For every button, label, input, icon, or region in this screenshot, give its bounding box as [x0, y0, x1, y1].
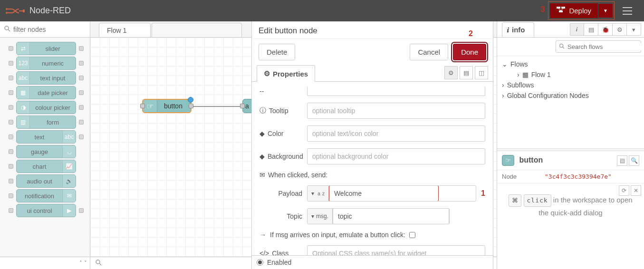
chevron-down-icon [502, 60, 508, 68]
node-description-button[interactable]: ▤ [460, 66, 473, 79]
svg-rect-2 [23, 10, 25, 12]
outline-tree: Flows ▦Flow 1 Subflows Global Configurat… [497, 56, 644, 106]
pointer-icon: ☞ [143, 100, 157, 112]
tab-flow-1[interactable]: Flow 1 [99, 23, 151, 37]
kbd-cmd: ⌘ [509, 194, 521, 207]
node-output-port[interactable] [189, 104, 193, 108]
emulate-checkbox[interactable] [409, 232, 415, 238]
payload-type-selector[interactable]: ▾ az [308, 186, 329, 201]
palette-node-chart[interactable]: chart📈 [16, 160, 76, 173]
collapse-up-icon[interactable]: ˄ [79, 260, 82, 266]
info-icon: ⓘ [260, 106, 266, 115]
gauge-icon: ◡ [62, 145, 76, 158]
palette-node-ui-control[interactable]: ui control▶ [16, 204, 76, 217]
tint-icon: ◆ [260, 153, 265, 160]
node-input-port[interactable] [140, 104, 145, 108]
palette-panel: ⇄slider 123numeric abctext input ▦date p… [0, 21, 90, 269]
sidebar-more-button[interactable]: ▾ [627, 23, 641, 36]
palette-list: ⇄slider 123numeric abctext input ▦date p… [0, 38, 90, 217]
done-button[interactable]: Done [453, 44, 486, 60]
tooltip-input[interactable] [307, 103, 485, 119]
class-input[interactable] [307, 245, 485, 255]
app-header: Node-RED 3 Deploy ▼ [0, 0, 644, 21]
text-input-icon: abc [17, 72, 30, 84]
node-appearance-button[interactable]: ◫ [475, 66, 488, 79]
info-icon: 𝒊 [507, 26, 509, 34]
node-input-port[interactable] [240, 104, 245, 108]
speaker-icon: 🔊 [62, 175, 76, 187]
flow-node-button[interactable]: ☞ button [142, 99, 192, 113]
palette-node-colour-picker[interactable]: ◑colour picker [16, 101, 76, 114]
chart-icon: 📈 [62, 160, 76, 173]
close-icon[interactable]: ✕ [631, 185, 641, 196]
palette-footer: ˄ ˅ [0, 257, 90, 269]
delete-button[interactable]: Delete [259, 44, 295, 60]
palette-node-text-input[interactable]: abctext input [16, 71, 76, 85]
palette-node-audio-out[interactable]: audio out🔊 [16, 174, 76, 188]
tab-blank[interactable] [152, 23, 242, 37]
annotation-1: 1 [481, 189, 485, 198]
palette-node-gauge[interactable]: gauge◡ [16, 145, 76, 158]
deploy-icon [557, 7, 565, 15]
envelope-icon: ✉ [62, 190, 76, 202]
envelope-icon: ✉ [260, 171, 265, 179]
text-icon: abc [62, 131, 76, 143]
payload-label: Payload [278, 190, 302, 197]
chevron-right-icon [502, 92, 504, 99]
edit-node-panel: Edit button node Delete Cancel Done 2 ⚙ … [251, 21, 493, 269]
topic-type-selector[interactable]: ▾ msg. [308, 209, 333, 224]
enabled-toggle[interactable] [257, 259, 263, 266]
deploy-dropdown[interactable]: ▼ [598, 4, 613, 18]
sidebar-debug-button[interactable]: 🐞 [598, 23, 613, 36]
palette-node-text[interactable]: textabc [16, 130, 76, 144]
refresh-icon[interactable]: ⟳ [619, 185, 629, 196]
color-input[interactable] [307, 125, 485, 142]
palette-node-form[interactable]: ▥form [16, 115, 76, 129]
palette-node-date-picker[interactable]: ▦date picker [16, 86, 76, 99]
sidebar-config-button[interactable]: ⚙ [613, 23, 627, 36]
search-icon[interactable] [95, 259, 102, 268]
dashdash-label: -- [260, 87, 264, 95]
sidebar-help-button[interactable]: ▤ [584, 23, 598, 36]
tree-item-flow-1[interactable]: ▦Flow 1 [502, 69, 639, 80]
tree-item-subflows[interactable]: Subflows [502, 80, 639, 90]
kbd-click: click [524, 194, 551, 207]
chevron-right-icon [502, 81, 504, 89]
svg-rect-5 [559, 10, 563, 12]
collapse-down-icon[interactable]: ˅ [84, 260, 87, 266]
background-label: Background [268, 153, 303, 160]
tree-item-global-config[interactable]: Global Configuration Nodes [502, 90, 639, 101]
sidebar-tab-info[interactable]: 𝒊 info [502, 22, 534, 37]
hamburger-menu-button[interactable] [618, 0, 637, 21]
sidebar-search-box[interactable]: ▾ [556, 40, 641, 53]
pointer-icon: ☞ [505, 157, 511, 164]
filter-nodes-input[interactable] [13, 26, 86, 33]
cancel-button[interactable]: Cancel [410, 44, 448, 60]
search-icon[interactable]: 🔍 [629, 155, 639, 166]
tooltip-label: Tooltip [269, 107, 288, 115]
wire [192, 106, 244, 107]
flow-icon: ▦ [522, 71, 529, 78]
sidebar-search-input[interactable] [567, 43, 644, 50]
palette-node-notification[interactable]: notification✉ [16, 189, 76, 202]
payload-input[interactable] [329, 185, 439, 202]
svg-rect-4 [561, 7, 565, 9]
emulate-label: If msg arrives on input, emulate a butto… [270, 231, 405, 239]
tree-item-flows[interactable]: Flows [502, 59, 639, 69]
background-input[interactable] [307, 148, 485, 164]
node-settings-button[interactable]: ⚙ [444, 66, 458, 79]
palette-node-numeric[interactable]: 123numeric [16, 57, 76, 70]
deploy-label: Deploy [569, 7, 591, 15]
svg-rect-3 [557, 7, 560, 9]
sidebar-panel: 𝒊 info 𝒊 ▤ 🐞 ⚙ ▾ ▾ Flows ▦Flow 1 Subflow… [497, 21, 644, 269]
topic-input[interactable] [333, 208, 449, 224]
when-clicked-label: When clicked, send: [268, 171, 327, 179]
deploy-annotation-frame: Deploy ▼ [548, 1, 615, 20]
deploy-button[interactable]: Deploy [550, 3, 598, 18]
code-icon: </> [260, 250, 269, 255]
properties-tab[interactable]: ⚙ Properties [257, 65, 315, 82]
sidebar-info-button[interactable]: 𝒊 [570, 23, 584, 36]
class-label: Class [272, 250, 288, 255]
book-icon[interactable]: ▤ [617, 155, 627, 166]
palette-node-slider[interactable]: ⇄slider [16, 42, 76, 55]
